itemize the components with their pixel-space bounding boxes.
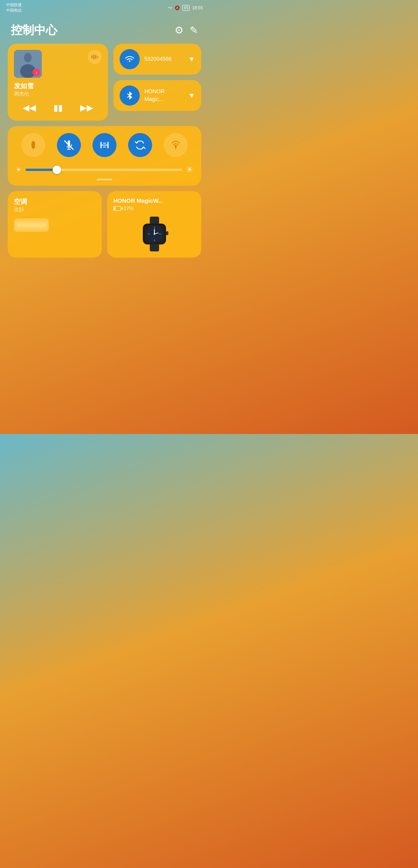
watch-battery: 17% (113, 205, 195, 211)
svg-rect-19 (17, 223, 46, 227)
nfc-toggle[interactable] (93, 133, 116, 157)
next-button[interactable]: ▶▶ (76, 101, 97, 114)
brightness-low-icon: ☀ (15, 166, 22, 174)
settings-icon[interactable]: ⚙ (175, 24, 183, 36)
mute-toggle[interactable] (57, 133, 81, 157)
brightness-slider[interactable] (26, 169, 182, 171)
wifi-chevron-icon: ▼ (188, 55, 195, 63)
edit-icon[interactable]: ✎ (190, 24, 198, 36)
svg-rect-5 (95, 55, 96, 59)
bluetooth-device: HONOR Magic... (144, 88, 183, 103)
svg-rect-6 (97, 56, 98, 58)
svg-rect-32 (150, 244, 159, 251)
music-app-icon: ♪ (33, 68, 40, 76)
carrier2: 中国电信 (6, 8, 22, 13)
toggles-row (15, 133, 194, 157)
wifi-icon-circle (120, 49, 140, 69)
watch-image (113, 217, 195, 251)
pause-button[interactable]: ▮▮ (50, 101, 67, 114)
drag-dots (97, 179, 112, 180)
music-top: ♪ (14, 50, 102, 78)
wifi-ssid: 532004566 (144, 55, 183, 63)
bluetooth-card[interactable]: HONOR Magic... ▼ (113, 80, 201, 111)
brightness-row: ☀ ☀ (15, 165, 194, 175)
music-title: 发如雪 (14, 82, 102, 91)
watch-card[interactable]: HONOR MagicW... 17% (107, 191, 201, 258)
hotspot-toggle[interactable] (164, 133, 188, 157)
drag-handle (15, 179, 194, 180)
brightness-high-icon: ☀ (186, 165, 194, 175)
aircon-card[interactable]: 空调 次卧 (8, 191, 102, 258)
top-row: ♪ 发如雪 周杰伦 ◀◀ ▮▮ ▶▶ (8, 44, 201, 121)
svg-point-1 (24, 53, 32, 62)
svg-rect-3 (91, 55, 93, 58)
brightness-thumb[interactable] (53, 166, 61, 174)
cards-area: ♪ 发如雪 周杰伦 ◀◀ ▮▮ ▶▶ (0, 44, 209, 258)
carrier1: 中国联通 (6, 2, 22, 8)
watch-battery-level: 17% (123, 205, 134, 211)
rotate-toggle[interactable] (128, 133, 152, 157)
prev-button[interactable]: ◀◀ (19, 101, 40, 114)
aircon-room: 次卧 (14, 206, 96, 213)
album-art: ♪ (14, 50, 42, 78)
page-title: 控制中心 (11, 22, 57, 38)
quick-toggles-card: ☀ ☀ (8, 126, 201, 186)
music-card[interactable]: ♪ 发如雪 周杰伦 ◀◀ ▮▮ ▶▶ (8, 44, 108, 121)
time: 18:55 (192, 5, 203, 10)
bluetooth-icon-circle (120, 85, 140, 106)
battery-indicator: 65 (182, 5, 190, 11)
watch-battery-icon (113, 206, 121, 211)
battery-level: 65 (184, 6, 188, 10)
brightness-fill (26, 169, 57, 171)
watch-name: HONOR MagicW... (113, 197, 195, 204)
aircon-unit-icon (14, 219, 49, 232)
bluetooth-icon: ⭋ (168, 5, 172, 10)
flashlight-toggle[interactable] (21, 133, 45, 157)
bluetooth-chevron-icon: ▼ (188, 92, 195, 100)
title-actions: ⚙ ✎ (175, 24, 198, 36)
sound-wave-icon[interactable] (88, 50, 102, 64)
svg-rect-4 (93, 54, 94, 60)
music-artist: 周杰伦 (14, 91, 102, 97)
aircon-label: 空调 (14, 197, 96, 206)
svg-point-16 (175, 145, 177, 147)
svg-point-30 (154, 233, 155, 235)
network-stack: 532004566 ▼ HONOR Magic... ▼ (113, 44, 201, 121)
mute-icon: 🔕 (175, 5, 180, 10)
bottom-row: 空调 次卧 HONOR MagicW... 17% (8, 191, 201, 258)
music-info: 发如雪 周杰伦 (14, 82, 102, 97)
status-right: ⭋ 🔕 65 18:55 (168, 5, 203, 11)
svg-rect-31 (166, 231, 168, 235)
svg-rect-20 (150, 217, 159, 224)
music-controls: ◀◀ ▮▮ ▶▶ (14, 101, 102, 114)
status-bar: 中国联通 中国电信 ⭋ 🔕 65 18:55 (0, 0, 209, 15)
carrier-info: 中国联通 中国电信 (6, 2, 22, 13)
wifi-card[interactable]: 532004566 ▼ (113, 44, 201, 75)
title-area: 控制中心 ⚙ ✎ (0, 15, 209, 44)
